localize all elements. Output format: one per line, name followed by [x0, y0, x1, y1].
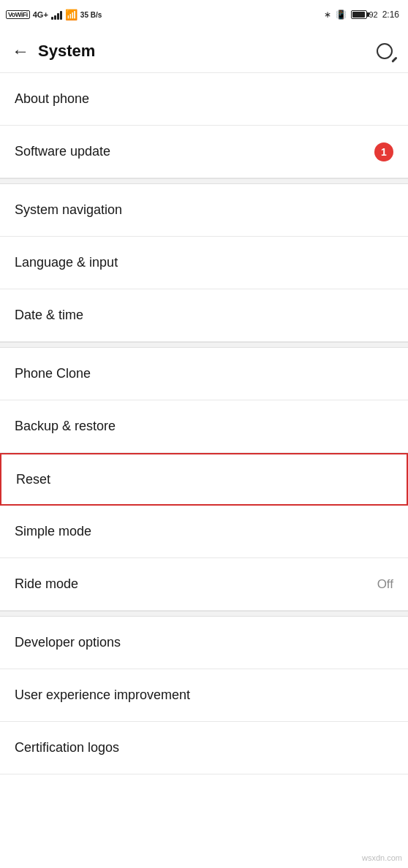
menu-item-backup-restore[interactable]: Backup & restore: [0, 400, 408, 453]
menu-item-reset[interactable]: Reset: [0, 453, 408, 506]
watermark: wsxdn.com: [362, 853, 402, 862]
menu-item-user-experience[interactable]: User experience improvement: [0, 669, 408, 722]
menu-item-label: Ride mode: [15, 576, 78, 592]
menu-item-label: About phone: [15, 91, 89, 107]
status-left: VoWiFi 4G+ 📶 35 B/s: [6, 9, 102, 20]
header-left: ← System: [12, 41, 95, 61]
menu-item-label: Date & time: [15, 308, 83, 323]
menu-item-right: Off: [377, 577, 393, 592]
vibrate-icon: 📳: [336, 9, 347, 20]
menu-item-label: Backup & restore: [15, 419, 116, 434]
back-button[interactable]: ←: [12, 41, 29, 61]
signal-bars: [51, 9, 62, 20]
menu-item-about-phone[interactable]: About phone: [0, 73, 408, 126]
search-icon: [377, 43, 393, 59]
menu-item-software-update[interactable]: Software update1: [0, 126, 408, 178]
menu-item-label: User experience improvement: [15, 688, 190, 703]
clock: 2:16: [382, 9, 399, 20]
menu-item-label: Developer options: [15, 635, 121, 650]
menu-item-developer-options[interactable]: Developer options: [0, 617, 408, 669]
status-bar: VoWiFi 4G+ 📶 35 B/s ∗ 📳 92 2:16: [0, 0, 408, 29]
bluetooth-icon: ∗: [324, 9, 331, 20]
menu-item-right: 1: [374, 142, 393, 161]
battery-percent: 92: [369, 10, 377, 19]
wifi-icon: 📶: [65, 9, 78, 20]
header: ← System: [0, 29, 408, 73]
menu-item-label: Language & input: [15, 255, 118, 270]
menu-item-phone-clone[interactable]: Phone Clone: [0, 348, 408, 400]
data-speed: 35 B/s: [80, 11, 102, 19]
vowifi-indicator: VoWiFi: [6, 10, 30, 19]
page-title: System: [38, 42, 95, 61]
menu-item-label: Reset: [16, 472, 50, 487]
group-separator: [0, 178, 408, 184]
menu-item-label: Simple mode: [15, 524, 91, 539]
menu-list: About phoneSoftware update1System naviga…: [0, 73, 408, 774]
battery-indicator: 92: [351, 10, 377, 19]
group-separator: [0, 342, 408, 348]
menu-item-value: Off: [377, 577, 393, 592]
status-right: ∗ 📳 92 2:16: [324, 9, 399, 20]
menu-item-language-input[interactable]: Language & input: [0, 237, 408, 289]
menu-item-certification-logos[interactable]: Certification logos: [0, 722, 408, 774]
search-button[interactable]: [373, 39, 396, 63]
group-separator: [0, 611, 408, 617]
menu-item-label: Phone Clone: [15, 366, 91, 381]
menu-item-simple-mode[interactable]: Simple mode: [0, 506, 408, 558]
menu-item-date-time[interactable]: Date & time: [0, 289, 408, 342]
notification-badge: 1: [374, 142, 393, 161]
battery-body: [351, 10, 367, 19]
menu-item-label: System navigation: [15, 202, 122, 218]
menu-item-ride-mode[interactable]: Ride modeOff: [0, 558, 408, 611]
menu-item-label: Certification logos: [15, 740, 119, 755]
menu-item-system-navigation[interactable]: System navigation: [0, 184, 408, 237]
menu-item-label: Software update: [15, 144, 110, 159]
battery-fill: [352, 12, 365, 18]
signal-strength: 4G+: [33, 10, 48, 19]
